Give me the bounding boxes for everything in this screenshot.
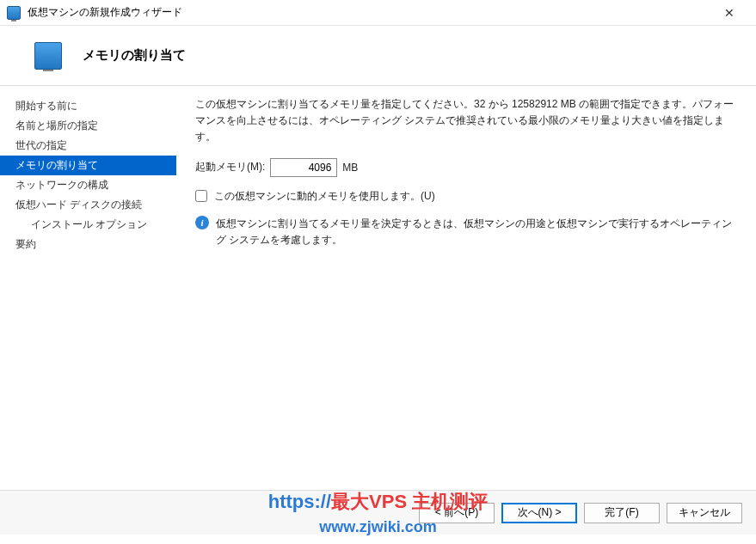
- wizard-header: メモリの割り当て: [0, 26, 756, 86]
- dynamic-memory-label[interactable]: この仮想マシンに動的メモリを使用します。(U): [214, 189, 435, 204]
- dynamic-memory-checkbox[interactable]: [195, 190, 207, 202]
- titlebar: 仮想マシンの新規作成ウィザード ✕: [0, 0, 756, 26]
- sidebar-item-generation[interactable]: 世代の指定: [0, 136, 176, 156]
- startup-memory-input[interactable]: [270, 158, 337, 177]
- dynamic-memory-row: この仮想マシンに動的メモリを使用します。(U): [195, 189, 737, 204]
- app-icon: [7, 6, 21, 20]
- memory-row: 起動メモリ(M): MB: [195, 158, 737, 177]
- wizard-footer: < 前へ(P) 次へ(N) > 完了(F) キャンセル: [0, 490, 756, 535]
- header-icon: [34, 42, 62, 70]
- sidebar-item-memory[interactable]: メモリの割り当て: [0, 156, 176, 175]
- cancel-button[interactable]: キャンセル: [667, 503, 742, 523]
- window-title: 仮想マシンの新規作成ウィザード: [28, 5, 710, 20]
- close-button[interactable]: ✕: [710, 0, 749, 26]
- memory-label: 起動メモリ(M):: [195, 160, 265, 174]
- sidebar-item-name-location[interactable]: 名前と場所の指定: [0, 116, 176, 136]
- wizard-sidebar: 開始する前に 名前と場所の指定 世代の指定 メモリの割り当て ネットワークの構成…: [0, 86, 176, 490]
- description-text: この仮想マシンに割り当てるメモリ量を指定してください。32 から 1258291…: [195, 96, 737, 146]
- finish-button[interactable]: 完了(F): [584, 503, 660, 523]
- sidebar-item-install-options[interactable]: インストール オプション: [0, 215, 176, 235]
- sidebar-item-before-begin[interactable]: 開始する前に: [0, 96, 176, 116]
- info-row: i 仮想マシンに割り当てるメモリ量を決定するときは、仮想マシンの用途と仮想マシン…: [195, 216, 737, 248]
- next-button[interactable]: 次へ(N) >: [501, 503, 577, 523]
- sidebar-item-network[interactable]: ネットワークの構成: [0, 175, 176, 195]
- wizard-body: 開始する前に 名前と場所の指定 世代の指定 メモリの割り当て ネットワークの構成…: [0, 86, 756, 490]
- wizard-main: この仮想マシンに割り当てるメモリ量を指定してください。32 から 1258291…: [176, 86, 756, 490]
- sidebar-item-summary[interactable]: 要約: [0, 235, 176, 254]
- info-icon: i: [195, 216, 209, 229]
- memory-unit: MB: [342, 162, 358, 174]
- page-title: メモリの割り当て: [83, 47, 186, 64]
- info-text: 仮想マシンに割り当てるメモリ量を決定するときは、仮想マシンの用途と仮想マシンで実…: [216, 216, 737, 248]
- sidebar-item-vhd[interactable]: 仮想ハード ディスクの接続: [0, 195, 176, 215]
- back-button[interactable]: < 前へ(P): [419, 503, 495, 523]
